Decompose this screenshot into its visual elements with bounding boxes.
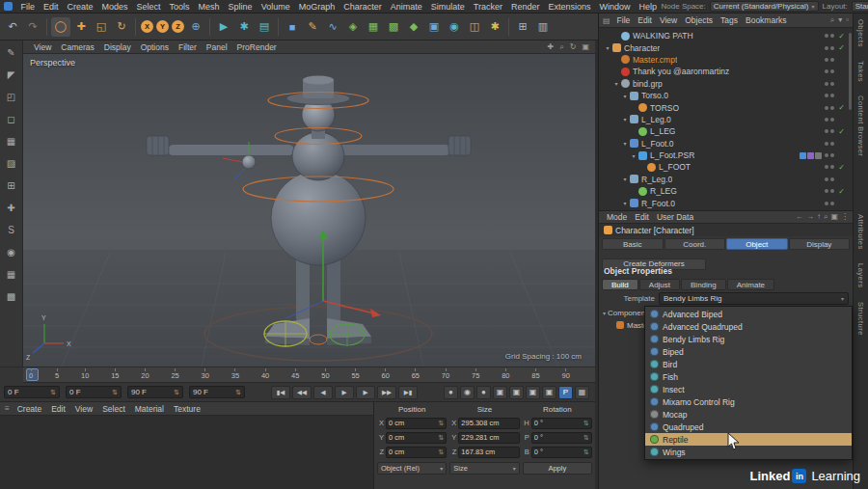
visibility-dots[interactable] <box>825 129 834 133</box>
dropdown-option[interactable]: Mocap <box>645 408 852 421</box>
workplane-grid-icon[interactable]: ▩ <box>3 287 20 305</box>
state-check-icon[interactable]: ✓ <box>837 103 846 112</box>
panel-tab[interactable]: Structure <box>856 302 865 336</box>
menu-item[interactable]: Character <box>339 2 387 12</box>
workplane-icon[interactable]: ▥ <box>533 17 553 37</box>
expand-arrow-icon[interactable]: ▾ <box>621 200 629 206</box>
attribute-tab[interactable]: Display <box>789 238 851 250</box>
viewport-menu-item[interactable]: Cameras <box>56 42 98 52</box>
move-tool-icon[interactable]: ✚ <box>71 17 91 37</box>
visibility-dots[interactable] <box>825 69 834 73</box>
menu-item[interactable]: Window <box>595 2 635 12</box>
position-field[interactable]: 0 cm⇅ <box>386 447 447 458</box>
expand-arrow-icon[interactable]: ▾ <box>621 116 629 122</box>
menu-item[interactable]: Simulate <box>426 2 469 12</box>
visibility-dots[interactable] <box>825 46 834 50</box>
lock-icon[interactable]: ▣ <box>830 212 838 222</box>
keying-settings-button[interactable]: ▦ <box>575 386 589 399</box>
rotation-field[interactable]: 0 °⇅ <box>531 447 592 458</box>
panel-tab[interactable]: Content Browser <box>856 95 865 156</box>
dropdown-option[interactable]: Biped <box>645 345 852 358</box>
visibility-dots[interactable] <box>825 82 834 86</box>
filter-icon[interactable]: ▾ <box>838 15 842 25</box>
pan-view-icon[interactable]: ✚ <box>548 42 555 52</box>
grid-snap-icon[interactable]: ▦ <box>3 265 20 283</box>
panel-tab[interactable]: Attributes <box>856 214 865 250</box>
back-icon[interactable]: ← <box>796 212 803 222</box>
menu-item[interactable]: Tools <box>165 2 194 12</box>
expand-arrow-icon[interactable]: ▾ <box>621 176 629 182</box>
tree-row[interactable]: ▾ L_Foot.0 <box>599 138 853 149</box>
layout-select[interactable]: Startup▾ <box>852 1 868 12</box>
attribute-tab[interactable]: Basic <box>602 238 664 250</box>
expand-arrow-icon[interactable]: ▾ <box>603 310 606 316</box>
expand-arrow-icon[interactable]: ▾ <box>604 44 611 51</box>
next-key-button[interactable]: ▶▶ <box>377 386 396 399</box>
panel-tab[interactable]: Objects <box>856 19 865 47</box>
visibility-dots[interactable] <box>825 94 834 97</box>
undo-icon[interactable]: ↶ <box>3 17 22 37</box>
position-field[interactable]: 0 cm⇅ <box>386 432 447 444</box>
menu-item[interactable]: Mesh <box>194 2 224 12</box>
key-position-toggle[interactable]: ▣ <box>493 386 507 399</box>
dropdown-option[interactable]: Bendy Limbs Rig <box>645 333 852 345</box>
menu-item[interactable]: Help <box>635 2 662 12</box>
menu-item[interactable]: Modes <box>97 2 132 12</box>
materials-menu-item[interactable]: View <box>70 404 97 414</box>
tree-row[interactable]: ▾ R_Leg.0 <box>599 174 853 185</box>
tree-row[interactable]: Thank you @aaronmartinz <box>599 66 853 77</box>
play-button[interactable]: ▶ <box>335 386 354 399</box>
menu-item[interactable]: Spline <box>224 2 257 12</box>
attribute-menu-item[interactable]: Edit <box>631 212 653 222</box>
start-frame-field[interactable]: 0 F⇅ <box>66 386 122 398</box>
character-menu-icon[interactable]: ◆ <box>404 17 423 37</box>
position-field[interactable]: 0 cm⇅ <box>386 418 447 429</box>
visibility-dots[interactable] <box>825 142 834 146</box>
attribute-menu-item[interactable]: Mode <box>603 212 631 222</box>
points-mode-icon[interactable]: ◤ <box>3 66 20 83</box>
panel-tab[interactable]: Layers <box>856 263 865 288</box>
template-select[interactable]: Bendy Limbs Rig▾ <box>659 292 849 305</box>
rig-mode-tab[interactable]: Build <box>602 279 638 290</box>
dropdown-option[interactable]: Insect <box>645 383 852 395</box>
menu-item[interactable]: Render <box>506 2 544 12</box>
menu-item[interactable]: Tracker <box>469 2 506 12</box>
state-check-icon[interactable]: ✓ <box>837 32 846 41</box>
size-field[interactable]: 167.83 cm <box>458 447 519 458</box>
path-icon[interactable]: ▫ <box>846 15 849 25</box>
render-settings-icon[interactable]: ✱ <box>234 17 254 37</box>
tree-row[interactable]: ▾ L_Leg.0 <box>599 114 853 125</box>
tree-row[interactable]: TORSO ✓ <box>599 101 853 113</box>
visibility-dots[interactable] <box>825 177 834 181</box>
preview-end-field[interactable]: 90 F⇅ <box>189 386 245 398</box>
attribute-tab[interactable]: Object <box>726 238 788 250</box>
materials-menu-item[interactable]: Material <box>130 404 169 414</box>
tree-row[interactable]: R_LEG ✓ <box>599 185 853 197</box>
menu-item[interactable]: Animate <box>386 2 426 12</box>
pencil-tool-icon[interactable]: ✎ <box>3 43 20 61</box>
materials-menu-item[interactable]: Texture <box>169 404 205 414</box>
materials-menu-item[interactable]: Select <box>97 404 130 414</box>
viewport-menu-item[interactable]: View <box>29 42 56 52</box>
visibility-dots[interactable] <box>825 165 834 169</box>
polygons-mode-icon[interactable]: ◻ <box>3 110 20 127</box>
search-icon[interactable]: ⌕ <box>824 212 827 222</box>
panel-tab[interactable]: Takes <box>856 61 865 82</box>
search-icon[interactable]: ⌕ <box>830 15 834 25</box>
stepper-icon[interactable]: ⇅ <box>438 434 444 442</box>
mograph-icon[interactable]: ▩ <box>384 17 403 37</box>
y-axis-lock-icon[interactable]: Y <box>156 20 169 33</box>
tree-row[interactable]: L_FOOT ✓ <box>599 161 853 173</box>
rotate-tool-icon[interactable]: ↻ <box>112 17 131 37</box>
menu-item[interactable]: Extensions <box>544 2 595 12</box>
expand-arrow-icon[interactable]: ▾ <box>621 93 629 99</box>
visibility-dots[interactable] <box>825 58 834 62</box>
visibility-dots[interactable] <box>825 118 834 122</box>
stepper-icon[interactable]: ⇅ <box>583 448 589 456</box>
object-manager-menu-item[interactable]: Tags <box>717 15 742 25</box>
menu-item[interactable]: Create <box>63 2 97 12</box>
visibility-dots[interactable] <box>825 153 834 157</box>
size-mode-select[interactable]: Size▾ <box>449 462 519 475</box>
next-frame-button[interactable]: ▶ <box>356 386 375 399</box>
field-icon[interactable]: ◉ <box>445 17 464 37</box>
